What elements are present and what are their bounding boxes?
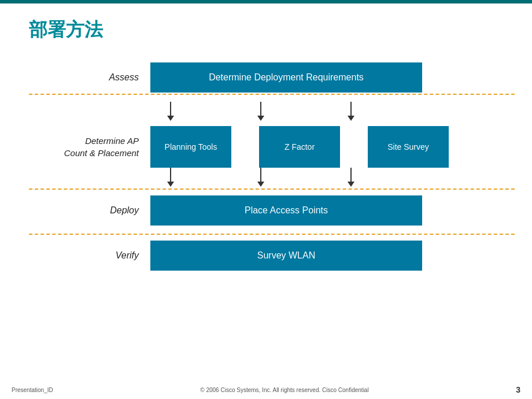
site-survey-box: Site Survey xyxy=(368,126,449,168)
determine-row: Determine AP Count & Placement Planning … xyxy=(29,126,515,168)
planning-tools-box: Planning Tools xyxy=(150,126,231,168)
assess-label: Assess xyxy=(29,72,150,83)
deploy-boxes: Place Access Points xyxy=(150,195,515,226)
arrow1 xyxy=(150,102,191,121)
deploy-label: Deploy xyxy=(29,205,150,216)
deploy-row: Deploy Place Access Points xyxy=(29,195,515,226)
footer-left: Presentation_ID xyxy=(12,387,53,393)
verify-row: Verify Survey WLAN xyxy=(29,241,515,271)
dashed-line-3 xyxy=(29,234,515,235)
determine-boxes: Planning Tools Z Factor Site Survey xyxy=(150,126,515,168)
main-content: Assess Determine Deployment Requirements xyxy=(29,58,515,376)
determine-label: Determine AP Count & Placement xyxy=(29,135,150,159)
verify-box: Survey WLAN xyxy=(150,241,422,271)
dashed-line-2 xyxy=(29,189,515,190)
footer-page: 3 xyxy=(516,385,520,394)
verify-boxes: Survey WLAN xyxy=(150,241,515,271)
assess-box: Determine Deployment Requirements xyxy=(150,62,422,93)
divider-1 xyxy=(29,102,515,126)
arrow2 xyxy=(241,102,281,121)
footer: Presentation_ID © 2006 Cisco Systems, In… xyxy=(12,385,520,394)
assess-boxes: Determine Deployment Requirements xyxy=(150,62,515,93)
deploy-box: Place Access Points xyxy=(150,195,422,226)
arrow3 xyxy=(331,102,371,121)
footer-center: © 2006 Cisco Systems, Inc. All rights re… xyxy=(200,387,368,393)
arrows-below-determine xyxy=(29,168,515,189)
page-title: 部署方法 xyxy=(29,17,103,43)
verify-label: Verify xyxy=(29,250,150,261)
assess-row: Assess Determine Deployment Requirements xyxy=(29,62,515,93)
z-factor-box: Z Factor xyxy=(259,126,340,168)
top-border xyxy=(0,0,532,3)
